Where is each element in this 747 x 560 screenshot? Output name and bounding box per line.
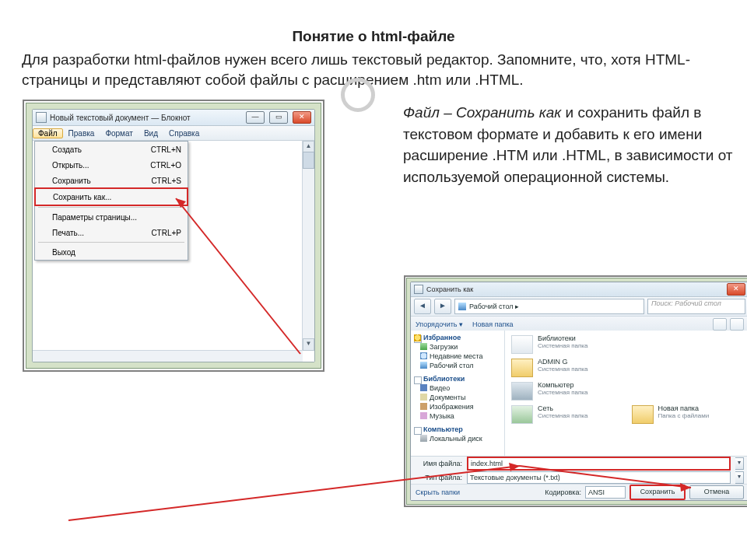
page-title: Понятие о html-файле — [22, 28, 725, 45]
intro-paragraph: Для разработки html-файлов нужен всего л… — [22, 50, 725, 89]
slide: Понятие о html-файле Для разработки html… — [0, 0, 747, 560]
red-arrow-icon — [22, 100, 747, 536]
svg-line-4 — [520, 466, 691, 488]
svg-marker-3 — [509, 463, 520, 471]
svg-line-2 — [68, 466, 520, 520]
svg-marker-5 — [680, 483, 691, 492]
